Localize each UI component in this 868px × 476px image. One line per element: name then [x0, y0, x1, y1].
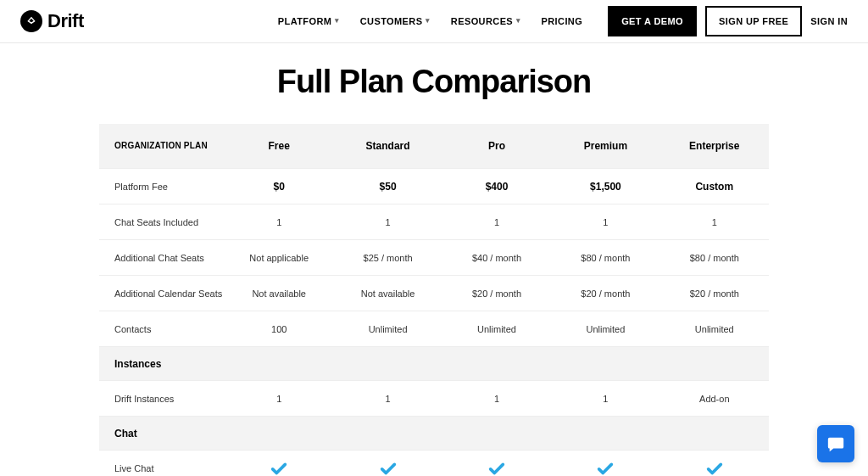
plan-name: Premium [551, 140, 659, 152]
nav-item-label: CUSTOMERS [360, 16, 423, 26]
table-row: Contacts100UnlimitedUnlimitedUnlimitedUn… [99, 311, 769, 346]
row-label: Contacts [99, 324, 225, 334]
row-value: $25 / month [333, 253, 442, 263]
row-value [660, 459, 769, 477]
row-label: Additional Chat Seats [99, 253, 225, 263]
site-header: Drift PLATFORM▾CUSTOMERS▾RESOURCES▾PRICI… [0, 0, 868, 43]
row-value: Not available [225, 288, 333, 299]
row-value [333, 459, 442, 477]
row-value: 1 [225, 217, 333, 227]
page-content: Full Plan Comparison ORGANIZATION PLAN F… [0, 43, 868, 476]
row-value: 1 [551, 394, 659, 404]
row-value: Unlimited [551, 324, 659, 334]
row-value: Unlimited [660, 324, 769, 334]
row-label: Chat Seats Included [99, 217, 225, 227]
table-row: Additional Chat SeatsNot applicable$25 /… [99, 239, 769, 275]
row-value: $20 / month [442, 288, 551, 299]
check-icon [270, 459, 288, 477]
row-label: Drift Instances [99, 394, 225, 404]
section-label: Instances [99, 358, 769, 370]
row-value: $0 [225, 181, 333, 193]
check-icon [596, 459, 615, 477]
nav-item-label: RESOURCES [451, 16, 513, 26]
row-value: Not applicable [225, 253, 333, 263]
nav-item[interactable]: CUSTOMERS▾ [360, 16, 431, 26]
signup-button[interactable]: SIGN UP FREE [705, 6, 802, 36]
nav-item[interactable]: PLATFORM▾ [278, 16, 340, 26]
nav-item-label: PLATFORM [278, 16, 332, 26]
row-value: $80 / month [660, 253, 769, 263]
row-value: 1 [442, 394, 551, 404]
chevron-down-icon: ▾ [426, 16, 430, 25]
comparison-table: ORGANIZATION PLAN Free Standard Pro Prem… [99, 124, 769, 476]
section-row-instances: Instances [99, 346, 769, 380]
section-label: Chat [99, 428, 769, 440]
row-value: 1 [333, 217, 442, 227]
row-value: $40 / month [442, 253, 551, 263]
table-header-label: ORGANIZATION PLAN [99, 141, 225, 151]
plan-name: Pro [442, 140, 551, 152]
plan-name: Standard [333, 140, 442, 152]
table-row: Platform Fee$0$50$400$1,500Custom [99, 168, 769, 204]
check-icon [487, 459, 506, 477]
row-value: 1 [551, 217, 659, 227]
check-icon [379, 459, 398, 477]
chat-widget-button[interactable] [817, 425, 854, 462]
section-row-chat: Chat [99, 416, 769, 450]
row-value: Unlimited [442, 324, 551, 334]
row-label: Live Chat [99, 463, 225, 473]
row-label: Additional Calendar Seats [99, 288, 225, 299]
row-value: 100 [225, 324, 333, 334]
row-value: $20 / month [551, 288, 659, 299]
chevron-down-icon: ▾ [516, 16, 520, 25]
row-value: Not available [333, 288, 442, 299]
plan-name: Free [225, 140, 333, 152]
nav-item[interactable]: RESOURCES▾ [451, 16, 521, 26]
get-demo-button[interactable]: GET A DEMO [608, 6, 697, 36]
row-value: Add-on [660, 394, 769, 404]
main-nav: PLATFORM▾CUSTOMERS▾RESOURCES▾PRICING GET… [278, 6, 848, 36]
row-value: $400 [442, 181, 551, 193]
row-value [225, 459, 333, 477]
brand-name: Drift [47, 10, 84, 32]
table-row: Chat Seats Included11111 [99, 204, 769, 239]
table-row: Additional Calendar SeatsNot availableNo… [99, 275, 769, 311]
table-header-row: ORGANIZATION PLAN Free Standard Pro Prem… [99, 124, 769, 168]
row-value [551, 459, 659, 477]
nav-item-label: PRICING [542, 16, 583, 26]
row-value: 1 [660, 217, 769, 227]
nav-item[interactable]: PRICING [542, 16, 583, 26]
row-value: $50 [333, 181, 442, 193]
table-row: Live Chat [99, 450, 769, 476]
row-value: 1 [225, 394, 333, 404]
check-icon [705, 459, 724, 477]
drift-logo-icon [20, 10, 42, 32]
plan-name: Enterprise [660, 140, 769, 152]
row-label: Platform Fee [99, 182, 225, 192]
row-value: Unlimited [333, 324, 442, 334]
chevron-down-icon: ▾ [335, 16, 339, 25]
chat-icon [826, 434, 845, 453]
row-value: Custom [660, 181, 769, 193]
page-title: Full Plan Comparison [0, 64, 868, 100]
row-value: $80 / month [551, 253, 659, 263]
row-value: $20 / month [660, 288, 769, 299]
logo[interactable]: Drift [20, 10, 84, 32]
row-value [442, 459, 551, 477]
row-value: 1 [442, 217, 551, 227]
row-value: 1 [333, 394, 442, 404]
signin-link[interactable]: SIGN IN [810, 16, 848, 26]
table-row: Drift Instances 1 1 1 1 Add-on [99, 380, 769, 416]
row-value: $1,500 [551, 181, 659, 193]
